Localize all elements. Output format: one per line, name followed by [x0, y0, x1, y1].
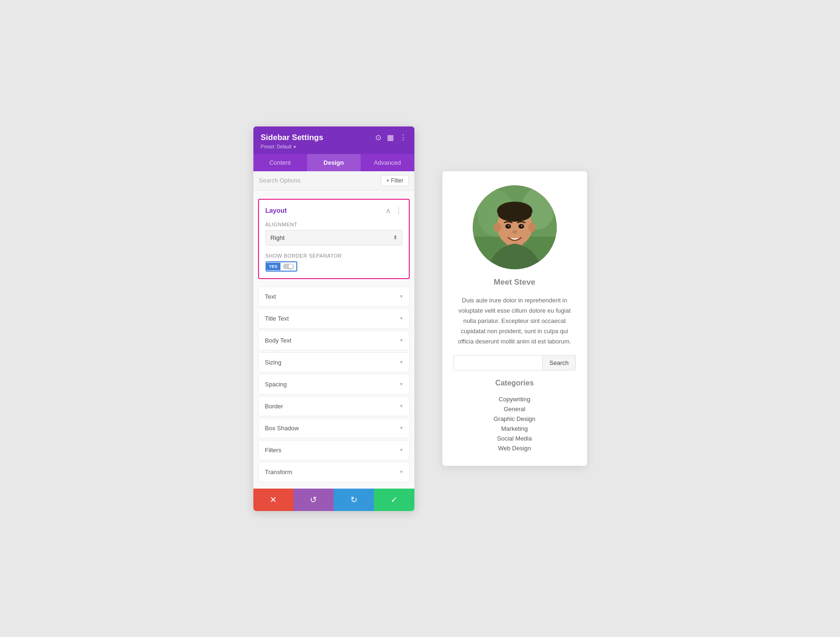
svg-point-14 [521, 225, 523, 227]
sizing-chevron-icon: ▾ [400, 359, 403, 365]
bio-text: Duis aute irure dolor in reprehenderit i… [454, 295, 576, 347]
border-section: Border ▾ [258, 396, 410, 416]
tab-advanced[interactable]: Advanced [361, 154, 414, 171]
filters-header[interactable]: Filters ▾ [259, 441, 409, 460]
person-name: Meet Steve [494, 278, 535, 287]
preview-panel: Meet Steve Duis aute irure dolor in repr… [442, 171, 587, 466]
panel-header-icons: ⊙ ▦ ⋮ [375, 133, 407, 142]
svg-point-15 [512, 230, 517, 234]
border-title: Border [265, 403, 283, 410]
border-separator-label: Show Border Separator [266, 253, 402, 259]
sizing-section: Sizing ▾ [258, 352, 410, 372]
filters-section: Filters ▾ [258, 440, 410, 460]
border-toggle-row: YES [266, 261, 402, 272]
text-section-header[interactable]: Text ▾ [259, 287, 409, 306]
layout-section-icons: ∧ ⋮ [385, 206, 402, 215]
avatar [473, 185, 557, 269]
box-shadow-section: Box Shadow ▾ [258, 418, 410, 438]
body-text-section: Body Text ▾ [258, 330, 410, 350]
filters-chevron-icon: ▾ [400, 447, 403, 453]
title-text-section: Title Text ▾ [258, 308, 410, 329]
svg-point-9 [494, 223, 501, 232]
list-item: General [454, 406, 576, 413]
sizing-header[interactable]: Sizing ▾ [259, 353, 409, 372]
categories-title: Categories [454, 379, 576, 387]
text-chevron-icon: ▾ [400, 293, 403, 300]
box-shadow-header[interactable]: Box Shadow ▾ [259, 419, 409, 438]
search-options-placeholder[interactable]: Search Options [259, 177, 301, 184]
alignment-label: Alignment [266, 222, 402, 227]
preview-icon[interactable]: ⊙ [375, 133, 381, 142]
transform-header[interactable]: Transform ▾ [259, 462, 409, 482]
border-chevron-icon: ▾ [400, 403, 403, 409]
body-text-header[interactable]: Body Text ▾ [259, 331, 409, 350]
tab-content[interactable]: Content [253, 154, 307, 171]
filters-title: Filters [265, 447, 281, 454]
list-item: Copywriting [454, 396, 576, 403]
transform-section: Transform ▾ [258, 462, 410, 482]
design-tabs: Content Design Advanced [253, 154, 414, 171]
list-item: Graphic Design [454, 415, 576, 422]
layout-section-title: Layout [266, 207, 287, 214]
spacing-section: Spacing ▾ [258, 374, 410, 394]
spacing-title: Spacing [265, 381, 287, 388]
panel-title: Sidebar Settings [261, 133, 323, 142]
box-shadow-chevron-icon: ▾ [400, 425, 403, 431]
redo-button[interactable]: ↻ [334, 489, 374, 511]
spacing-header[interactable]: Spacing ▾ [259, 375, 409, 394]
text-section: Text ▾ [258, 287, 410, 307]
spacing-chevron-icon: ▾ [400, 381, 403, 387]
border-toggle[interactable]: YES [266, 261, 297, 272]
filter-button[interactable]: + Filter [381, 175, 408, 186]
alignment-select-wrapper: Right Left Center ⬍ [266, 230, 402, 245]
tab-design[interactable]: Design [307, 154, 361, 171]
list-item: Web Design [454, 445, 576, 452]
border-header[interactable]: Border ▾ [259, 397, 409, 416]
title-text-chevron-icon: ▾ [400, 315, 403, 322]
collapse-icon[interactable]: ∧ [385, 206, 391, 215]
alignment-select[interactable]: Right Left Center [266, 230, 402, 245]
preset-label[interactable]: Preset: Default ▾ [261, 144, 407, 149]
layout-section: Layout ∧ ⋮ Alignment Right Left Center ⬍… [258, 199, 410, 279]
categories-list: Copywriting General Graphic Design Marke… [454, 396, 576, 452]
transform-title: Transform [265, 469, 293, 476]
list-item: Marketing [454, 425, 576, 432]
list-item: Social Media [454, 435, 576, 442]
text-section-title: Text [265, 293, 276, 300]
search-widget: Search [454, 355, 576, 371]
search-input[interactable] [454, 355, 543, 371]
svg-point-13 [508, 225, 510, 227]
layout-icon[interactable]: ▦ [387, 133, 394, 142]
sidebar-settings-panel: Sidebar Settings ⊙ ▦ ⋮ Preset: Default ▾… [253, 126, 414, 511]
svg-point-8 [498, 207, 532, 222]
reset-button[interactable]: ↺ [294, 489, 334, 511]
svg-point-10 [528, 223, 536, 232]
body-text-title: Body Text [265, 337, 292, 344]
cancel-button[interactable]: ✕ [253, 489, 294, 511]
panel-footer: ✕ ↺ ↻ ✓ [253, 489, 414, 511]
title-text-header[interactable]: Title Text ▾ [259, 309, 409, 328]
body-text-chevron-icon: ▾ [400, 337, 403, 343]
transform-chevron-icon: ▾ [400, 469, 403, 475]
box-shadow-title: Box Shadow [265, 425, 299, 432]
panel-body: Layout ∧ ⋮ Alignment Right Left Center ⬍… [253, 190, 414, 489]
sizing-title: Sizing [265, 359, 281, 366]
search-button[interactable]: Search [542, 355, 575, 371]
layout-more-icon[interactable]: ⋮ [395, 206, 402, 215]
toggle-yes-label: YES [266, 263, 280, 270]
panel-header: Sidebar Settings ⊙ ▦ ⋮ Preset: Default ▾ [253, 126, 414, 154]
more-icon[interactable]: ⋮ [399, 133, 407, 142]
title-text-title: Title Text [265, 315, 289, 322]
save-button[interactable]: ✓ [374, 489, 414, 511]
options-search-bar: Search Options + Filter [253, 171, 414, 190]
